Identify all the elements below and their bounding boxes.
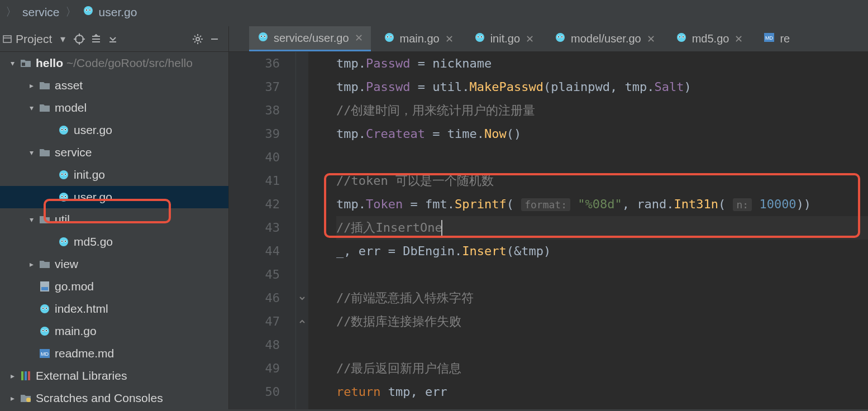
- go-icon: [37, 326, 53, 337]
- code-line[interactable]: return tmp, err: [336, 380, 868, 404]
- line-number: 49: [229, 357, 280, 380]
- close-tab-icon[interactable]: ✕: [647, 33, 655, 45]
- tree-item-label: md5.go: [74, 231, 113, 253]
- svg-point-34: [59, 237, 68, 246]
- svg-point-70: [478, 36, 479, 37]
- tree-arrow-icon[interactable]: ▸: [7, 387, 18, 409]
- code-line[interactable]: tmp.Token = fmt.Sprintf( format: "%08d",…: [336, 193, 868, 216]
- line-number: 43: [229, 216, 280, 240]
- code-editor[interactable]: 363738394041424344454647484950 tmp.Passw…: [229, 52, 868, 409]
- code-line[interactable]: //前端恶意插入特殊字符: [336, 286, 868, 310]
- code-content[interactable]: tmp.Passwd = nicknametmp.Passwd = util.M…: [308, 52, 868, 409]
- mod-icon: [37, 281, 53, 292]
- code-line[interactable]: tmp.Createat = time.Now(): [336, 122, 868, 146]
- expand-all-icon[interactable]: [88, 31, 104, 47]
- tree-folder[interactable]: ▸asset: [0, 74, 228, 97]
- settings-gear-icon[interactable]: [189, 31, 206, 47]
- close-tab-icon[interactable]: ✕: [735, 33, 743, 45]
- svg-point-24: [59, 170, 68, 179]
- locate-icon[interactable]: [71, 31, 88, 47]
- svg-rect-54: [25, 371, 27, 380]
- svg-point-67: [475, 33, 484, 42]
- tree-item-label: user.go: [74, 119, 112, 141]
- tree-file[interactable]: user.go: [0, 119, 228, 141]
- collapse-all-icon[interactable]: [104, 31, 121, 47]
- lib-icon: [18, 370, 34, 381]
- svg-point-75: [558, 36, 559, 37]
- code-line[interactable]: //token 可以是一个随机数: [336, 169, 868, 193]
- editor-tab[interactable]: init.go✕: [466, 26, 542, 51]
- tree-file[interactable]: go.mod: [0, 275, 228, 298]
- tree-file[interactable]: ▸External Libraries: [0, 365, 228, 387]
- go-icon: [37, 303, 53, 314]
- code-line[interactable]: _, err = DbEngin.Insert(&tmp): [336, 240, 868, 263]
- code-line[interactable]: [336, 146, 868, 169]
- tree-file[interactable]: index.html: [0, 298, 228, 320]
- tree-arrow-icon[interactable]: ▾: [26, 97, 37, 119]
- tree-folder[interactable]: ▾service: [0, 141, 228, 164]
- svg-point-44: [42, 308, 44, 309]
- svg-point-38: [65, 241, 66, 242]
- fold-marker-icon[interactable]: [297, 317, 307, 327]
- svg-point-66: [390, 36, 392, 37]
- tree-file[interactable]: MDreadme.md: [0, 342, 228, 365]
- editor-tab[interactable]: main.go✕: [375, 26, 461, 51]
- editor-tab[interactable]: md5.go✕: [667, 26, 751, 51]
- tree-item-label: Scratches and Consoles: [36, 387, 163, 409]
- go-file-icon: [474, 32, 486, 46]
- tree-arrow-icon[interactable]: ▸: [26, 253, 37, 275]
- tree-arrow-icon[interactable]: ▾: [26, 208, 37, 231]
- editor-area: service/user.go✕main.go✕init.go✕model/us…: [229, 26, 868, 409]
- breadcrumb: 〉 service 〉 user.go: [0, 0, 868, 26]
- editor-tab[interactable]: service/user.go✕: [249, 26, 371, 51]
- tree-file[interactable]: ▸Scratches and Consoles: [0, 387, 228, 409]
- code-line[interactable]: //数据库连接操作失败: [336, 310, 868, 333]
- svg-point-77: [677, 33, 686, 42]
- tab-label: service/user.go: [274, 32, 349, 45]
- folder-icon: [37, 81, 53, 90]
- hide-tool-window-icon[interactable]: [206, 31, 223, 47]
- tree-arrow-icon[interactable]: ▾: [26, 141, 37, 164]
- tree-file[interactable]: user.go: [0, 186, 228, 208]
- tree-file[interactable]: main.go: [0, 320, 228, 342]
- editor-tab[interactable]: MDre: [755, 26, 798, 51]
- tree-folder[interactable]: ▾model: [0, 97, 228, 119]
- code-line[interactable]: //最后返回新用户信息: [336, 357, 868, 380]
- tree-arrow-icon[interactable]: ▸: [7, 365, 18, 387]
- tab-label: md5.go: [692, 32, 729, 45]
- fold-margin: [296, 52, 308, 409]
- svg-point-61: [264, 36, 265, 37]
- chevron-right-icon: 〉: [6, 4, 17, 20]
- tree-arrow-icon[interactable]: ▾: [7, 52, 18, 74]
- svg-point-19: [59, 126, 68, 135]
- project-tree[interactable]: ▾hello~/Code/goRoot/src/hello▸asset▾mode…: [0, 52, 228, 409]
- close-tab-icon[interactable]: ✕: [355, 32, 363, 44]
- line-number: 37: [229, 75, 280, 99]
- code-line[interactable]: tmp.Passwd = util.MakePasswd(plainpwd, t…: [336, 75, 868, 99]
- code-line[interactable]: [336, 263, 868, 286]
- tree-folder[interactable]: ▾hello~/Code/goRoot/src/hello: [0, 52, 228, 74]
- project-toolbar: Project ▾: [0, 26, 228, 52]
- code-line[interactable]: //插入InsertOne: [336, 216, 868, 240]
- close-tab-icon[interactable]: ✕: [445, 33, 454, 45]
- tree-folder[interactable]: ▸view: [0, 253, 228, 275]
- svg-point-27: [61, 174, 63, 175]
- tree-item-label: view: [55, 253, 78, 275]
- code-line[interactable]: [336, 333, 868, 357]
- tree-folder[interactable]: ▾util: [0, 208, 228, 231]
- code-line[interactable]: tmp.Passwd = nickname: [336, 52, 868, 75]
- tree-file[interactable]: init.go: [0, 164, 228, 186]
- svg-point-49: [42, 330, 44, 331]
- breadcrumb-item[interactable]: user.go: [82, 5, 137, 19]
- breadcrumb-item[interactable]: service: [22, 6, 60, 19]
- project-window-icon: [2, 31, 12, 47]
- line-number: 40: [229, 146, 280, 169]
- tree-file[interactable]: md5.go: [0, 231, 228, 253]
- view-mode-dropdown[interactable]: ▾: [54, 31, 71, 47]
- tree-arrow-icon[interactable]: ▸: [26, 74, 37, 97]
- editor-tab[interactable]: model/user.go✕: [546, 26, 663, 51]
- project-icon: [18, 59, 34, 68]
- fold-marker-icon[interactable]: [297, 293, 307, 303]
- close-tab-icon[interactable]: ✕: [526, 33, 534, 45]
- code-line[interactable]: //创建时间，用来统计用户的注册量: [336, 99, 868, 122]
